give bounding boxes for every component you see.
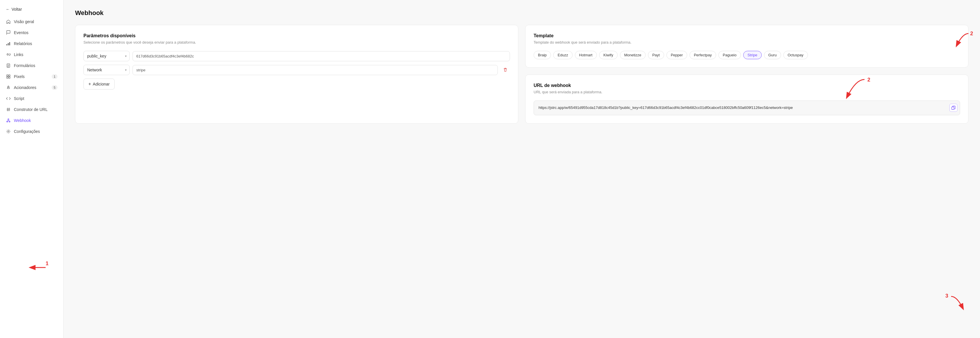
acionadores-badge: 5 [52,85,57,90]
tag-perfectpay[interactable]: Perfectpay [689,51,716,59]
sidebar-item-links[interactable]: Links [0,49,63,60]
back-label: Voltar [11,7,22,11]
gear-icon [6,129,11,134]
tag-stripe[interactable]: Stripe [743,51,762,59]
sidebar-label-configuracoes: Configurações [14,129,40,134]
sidebar-label-eventos: Eventos [14,30,29,35]
main-content: Webhook Parâmetros disponíveis Selecione… [64,0,980,338]
sidebar-label-construtor: Construtor de URL [14,107,48,112]
param-row-2: public_key Network event transaction_id … [83,65,510,75]
add-param-button[interactable]: + Adicionar [83,78,115,89]
tag-guru[interactable]: Guru [764,51,781,59]
sidebar-label-formularios: Formulários [14,63,35,68]
hash-icon [6,107,11,112]
content-grid: Parâmetros disponíveis Selecione os parâ… [75,25,969,124]
tag-monetizze[interactable]: Monetizze [620,51,646,59]
param-select-wrapper-2: public_key Network event transaction_id … [83,65,130,75]
param-select-2[interactable]: public_key Network event transaction_id [83,65,130,75]
svg-rect-0 [6,30,10,33]
sidebar-label-acionadores: Acionadores [14,85,37,90]
delete-param-button[interactable] [501,65,510,75]
plus-icon: + [88,81,91,87]
page-title: Webhook [75,9,969,17]
svg-rect-4 [9,42,10,45]
template-card: Template Template do webhook que será en… [525,25,969,68]
param-input-2[interactable] [132,65,498,75]
template-card-title: Template [534,33,960,38]
svg-rect-10 [9,75,10,76]
svg-rect-11 [6,77,8,78]
params-card-subtitle: Selecione os parâmetros que você deseja … [83,40,510,45]
sidebar-item-construtor[interactable]: Construtor de URL [0,104,63,115]
template-tags: Braip Eduzz Hotmart Kiwify Monetizze Pay… [534,51,960,59]
url-box: https://jstrc.app/w/65491d955cda17d818c4… [534,100,960,115]
param-select-1[interactable]: public_key Network event transaction_id [83,51,130,61]
param-row-1: public_key Network event transaction_id … [83,51,510,61]
back-button[interactable]: ← Voltar [0,5,63,16]
annotation-arrow-3-svg [945,293,969,311]
link-icon [6,52,11,57]
params-card: Parâmetros disponíveis Selecione os parâ… [75,25,518,124]
sidebar-item-relatorios[interactable]: Relatórios [0,38,63,49]
sidebar-label-visao-geral: Visão geral [14,19,34,24]
svg-rect-9 [6,75,8,76]
sidebar-item-pixels[interactable]: Pixels 1 [0,71,63,82]
flag-icon [6,30,11,35]
url-card-subtitle: URL que será enviada para a plataforma. [534,90,960,94]
sidebar-item-eventos[interactable]: Eventos [0,27,63,38]
param-input-1[interactable] [132,51,510,61]
copy-url-button[interactable] [950,104,958,112]
tag-pagueio[interactable]: Pagueio [718,51,741,59]
webhook-icon [6,118,11,123]
sidebar: ← Voltar Visão geral Eventos Relatórios … [0,0,64,338]
right-column: Template Template do webhook que será en… [525,25,969,124]
copy-icon [951,106,955,110]
sidebar-item-visao-geral[interactable]: Visão geral [0,16,63,27]
annotation-2-label: 2 [970,30,973,37]
url-card-title: URL de webhook [534,83,960,88]
svg-point-13 [8,87,9,88]
sidebar-item-webhook[interactable]: Webhook [0,115,63,126]
sidebar-label-script: Script [14,96,24,101]
sidebar-label-relatorios: Relatórios [14,41,32,46]
tag-pepper[interactable]: Pepper [667,51,687,59]
file-icon [6,63,11,68]
tag-eduzz[interactable]: Eduzz [553,51,572,59]
template-card-subtitle: Template do webhook que será enviado par… [534,40,960,45]
svg-rect-22 [952,107,954,110]
sidebar-label-pixels: Pixels [14,74,25,79]
tag-braip[interactable]: Braip [534,51,551,59]
tag-octuspay[interactable]: Octuspay [783,51,808,59]
pixels-badge: 1 [52,74,57,79]
sidebar-item-configuracoes[interactable]: Configurações [0,126,63,137]
url-card: URL de webhook URL que será enviada para… [525,75,969,124]
home-icon [6,19,11,24]
pixels-icon [6,74,11,79]
svg-point-20 [8,119,9,120]
rocket-icon [6,85,11,90]
sidebar-item-formularios[interactable]: Formulários [0,60,63,71]
param-select-wrapper-1: public_key Network event transaction_id … [83,51,130,61]
sidebar-item-acionadores[interactable]: Acionadores 5 [0,82,63,93]
back-arrow-icon: ← [6,7,10,11]
annotation-3-container: 3 [945,293,969,312]
add-label: Adicionar [93,82,110,86]
chart-icon [6,41,11,46]
sidebar-label-webhook: Webhook [14,118,31,123]
code-icon [6,96,11,101]
svg-rect-3 [8,43,9,45]
tag-kiwify[interactable]: Kiwify [599,51,617,59]
svg-rect-12 [9,77,10,78]
params-card-title: Parâmetros disponíveis [83,33,510,38]
svg-rect-2 [6,44,7,45]
sidebar-item-script[interactable]: Script [0,93,63,104]
url-text: https://jstrc.app/w/65491d955cda17d818c4… [539,105,793,110]
svg-point-21 [8,131,9,132]
tag-hotmart[interactable]: Hotmart [575,51,597,59]
tag-payt[interactable]: Payt [648,51,664,59]
sidebar-label-links: Links [14,52,23,57]
annotation-3-label: 3 [945,293,948,299]
